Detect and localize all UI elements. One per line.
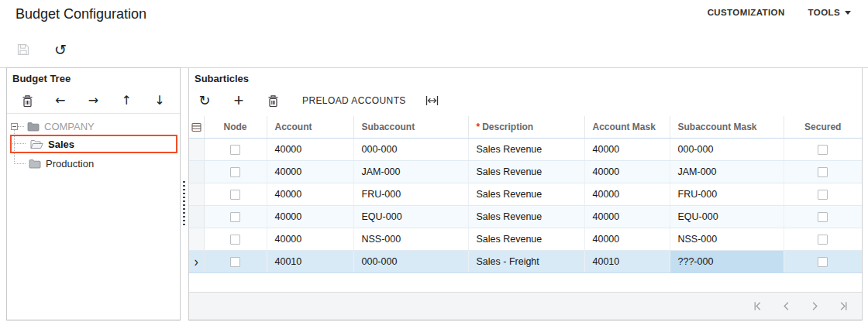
node-checkbox[interactable] xyxy=(230,190,240,200)
cell-description[interactable]: Sales Revenue xyxy=(468,205,584,228)
secured-checkbox[interactable] xyxy=(818,257,828,267)
cell-secured[interactable] xyxy=(784,250,862,272)
preload-accounts-button[interactable]: PRELOAD ACCOUNTS xyxy=(302,95,406,106)
cell-subaccount-mask[interactable]: FRU-000 xyxy=(670,183,784,205)
cell-account-mask[interactable]: 40000 xyxy=(584,183,670,205)
secured-checkbox[interactable] xyxy=(818,167,828,177)
row-selector-cell[interactable] xyxy=(189,160,204,183)
add-row-button[interactable]: + xyxy=(232,92,245,109)
folder-open-icon xyxy=(30,139,43,149)
column-header-subaccount[interactable]: Subaccount xyxy=(353,116,468,138)
column-header-account-mask[interactable]: Account Mask xyxy=(584,116,670,138)
prev-page-button[interactable] xyxy=(780,300,792,313)
cell-account[interactable]: 40000 xyxy=(267,205,353,228)
tools-button[interactable]: TOOLS xyxy=(808,8,851,17)
cell-account[interactable]: 40000 xyxy=(267,228,353,250)
cell-node[interactable] xyxy=(204,138,267,160)
row-settings-header[interactable] xyxy=(189,116,204,138)
panel-splitter-handle[interactable] xyxy=(183,181,185,225)
cell-subaccount-mask[interactable]: JAM-000 xyxy=(670,160,784,183)
undo-button[interactable]: ↺ xyxy=(51,40,70,59)
table-row[interactable]: 40000 JAM-000 Sales Revenue 40000 JAM-00… xyxy=(189,160,862,183)
fit-width-button[interactable] xyxy=(425,95,439,106)
secured-checkbox[interactable] xyxy=(818,235,828,245)
column-header-subaccount-mask[interactable]: Subaccount Mask xyxy=(670,116,784,138)
cell-subaccount[interactable]: 000-000 xyxy=(353,138,468,160)
cell-subaccount[interactable]: EQU-000 xyxy=(353,205,468,228)
column-header-account[interactable]: Account xyxy=(267,116,353,138)
cell-account[interactable]: 40000 xyxy=(267,183,353,205)
customization-button[interactable]: CUSTOMIZATION xyxy=(708,8,785,17)
row-selector-cell[interactable] xyxy=(189,138,204,160)
cell-subaccount[interactable]: NSS-000 xyxy=(353,228,468,250)
folder-closed-icon xyxy=(29,159,41,169)
cell-node[interactable] xyxy=(204,228,267,250)
refresh-button[interactable]: ↻ xyxy=(198,94,211,108)
tree-node-company[interactable]: COMPANY xyxy=(11,118,95,135)
cell-subaccount[interactable]: FRU-000 xyxy=(353,183,468,205)
table-row[interactable]: 40000 NSS-000 Sales Revenue 40000 NSS-00… xyxy=(189,228,862,250)
row-selector-cell[interactable] xyxy=(189,183,204,205)
table-row[interactable]: 40000 FRU-000 Sales Revenue 40000 FRU-00… xyxy=(189,183,862,205)
cell-subaccount[interactable]: JAM-000 xyxy=(353,160,468,183)
cell-node[interactable] xyxy=(204,205,267,228)
tree-connector-stub xyxy=(12,143,26,144)
node-checkbox[interactable] xyxy=(230,235,240,245)
last-page-button[interactable] xyxy=(837,300,849,313)
cell-subaccount-mask[interactable]: 000-000 xyxy=(670,138,784,160)
tree-node-production[interactable]: Production xyxy=(10,155,94,172)
secured-checkbox[interactable] xyxy=(818,190,828,200)
cell-description[interactable]: Sales Revenue xyxy=(468,228,584,250)
cell-account-mask[interactable]: 40010 xyxy=(584,250,670,272)
cell-node[interactable] xyxy=(204,183,267,205)
node-checkbox[interactable] xyxy=(230,145,240,155)
cell-description[interactable]: Sales Revenue xyxy=(468,183,584,205)
cell-account-mask[interactable]: 40000 xyxy=(584,160,670,183)
column-header-node[interactable]: Node xyxy=(204,116,267,138)
move-node-right-button[interactable]: → xyxy=(85,92,102,109)
cell-secured[interactable] xyxy=(784,160,862,183)
secured-checkbox[interactable] xyxy=(818,145,828,155)
cell-subaccount-mask[interactable]: NSS-000 xyxy=(670,228,784,250)
cell-secured[interactable] xyxy=(784,228,862,250)
move-node-down-button[interactable]: ↓ xyxy=(151,92,168,109)
delete-node-button[interactable] xyxy=(19,92,36,109)
cell-secured[interactable] xyxy=(784,138,862,160)
move-node-up-button[interactable]: ↑ xyxy=(118,92,135,109)
cell-account-mask[interactable]: 40000 xyxy=(584,138,670,160)
cell-description[interactable]: Sales - Freight xyxy=(468,250,584,272)
cell-account[interactable]: 40000 xyxy=(267,160,353,183)
cell-subaccount-mask[interactable]: EQU-000 xyxy=(670,205,784,228)
cell-description[interactable]: Sales Revenue xyxy=(468,138,584,160)
cell-node[interactable] xyxy=(204,250,267,272)
node-checkbox[interactable] xyxy=(230,257,240,267)
delete-row-button[interactable] xyxy=(267,94,279,108)
row-selector-cell[interactable] xyxy=(189,228,204,250)
cell-description[interactable]: Sales Revenue xyxy=(468,160,584,183)
column-header-description[interactable]: *Description xyxy=(468,116,584,138)
collapse-minus-icon[interactable] xyxy=(11,123,18,130)
column-header-secured[interactable]: Secured xyxy=(784,116,862,138)
tree-node-sales[interactable]: Sales xyxy=(10,135,177,153)
cell-secured[interactable] xyxy=(784,205,862,228)
row-selector-cell[interactable]: › xyxy=(189,250,204,272)
table-row[interactable]: 40000 EQU-000 Sales Revenue 40000 EQU-00… xyxy=(189,205,862,228)
next-page-button[interactable] xyxy=(808,300,821,313)
move-node-left-button[interactable]: ← xyxy=(52,92,69,109)
cell-account-mask[interactable]: 40000 xyxy=(584,205,670,228)
save-button[interactable] xyxy=(14,40,33,59)
cell-subaccount-mask-active[interactable]: ???-000 xyxy=(670,250,784,272)
secured-checkbox[interactable] xyxy=(818,212,828,222)
node-checkbox[interactable] xyxy=(230,212,240,222)
cell-account-mask[interactable]: 40000 xyxy=(584,228,670,250)
row-selector-cell[interactable] xyxy=(189,205,204,228)
cell-secured[interactable] xyxy=(784,183,862,205)
table-row[interactable]: 40000 000-000 Sales Revenue 40000 000-00… xyxy=(189,138,862,160)
cell-node[interactable] xyxy=(204,160,267,183)
cell-subaccount[interactable]: 000-000 xyxy=(353,250,468,272)
node-checkbox[interactable] xyxy=(230,167,240,177)
table-row-selected[interactable]: › 40010 000-000 Sales - Freight 40010 ??… xyxy=(189,250,862,272)
first-page-button[interactable] xyxy=(751,300,763,313)
cell-account[interactable]: 40010 xyxy=(267,250,353,272)
cell-account[interactable]: 40000 xyxy=(267,138,353,160)
